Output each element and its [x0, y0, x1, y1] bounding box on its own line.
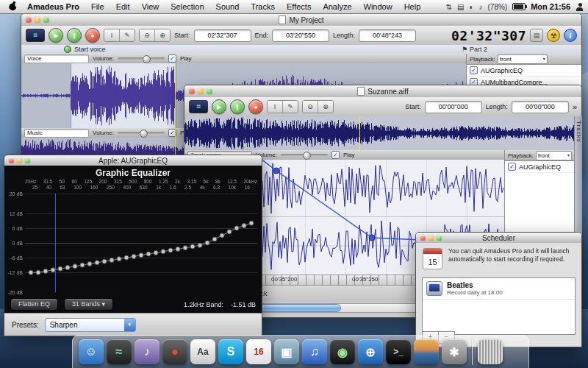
toolbar-overflow-chevron[interactable]: » [573, 102, 577, 111]
voice-volume-slider[interactable] [118, 57, 165, 60]
dock-item-finder[interactable]: ☺ [79, 339, 104, 364]
dock-item-safari[interactable]: ⊕ [358, 339, 383, 364]
slider-thumb[interactable] [143, 55, 151, 63]
window-controls[interactable] [4, 158, 35, 163]
tool-segment[interactable]: I✎ [104, 29, 135, 42]
volume-slider[interactable] [281, 154, 328, 156]
playhead-cursor[interactable] [359, 116, 360, 150]
window-scheduler[interactable]: Scheduler 15 You can quit Amadeus Pro an… [415, 232, 582, 347]
pause-button[interactable]: ∥ [230, 99, 245, 114]
presets-select[interactable]: Sharpen ▾ [45, 318, 136, 332]
zoom-button[interactable] [437, 236, 442, 241]
menu-edit[interactable]: Edit [110, 2, 136, 11]
zoom-segment[interactable]: ⊖⊕ [302, 100, 334, 113]
minimize-button[interactable] [17, 158, 22, 163]
dock-item-calendar[interactable]: 16 [246, 339, 271, 364]
overview-waveform-area[interactable] [184, 116, 574, 150]
slider-thumb[interactable] [303, 152, 311, 160]
save-icon[interactable]: ▤ [530, 29, 543, 42]
music-volume-slider[interactable] [118, 132, 165, 134]
length-field[interactable]: 00'48"243 [359, 29, 416, 42]
play-checkbox[interactable]: ✓ [331, 151, 340, 159]
close-button[interactable] [26, 17, 32, 23]
tool-segment[interactable]: I✎ [267, 100, 298, 113]
overview-waveform[interactable] [184, 116, 574, 150]
pause-button[interactable]: ∥ [67, 28, 82, 43]
selection-tool-icon[interactable]: I [268, 101, 282, 113]
dock-item-terminal[interactable]: >_ [386, 339, 411, 364]
dock-item-dvd-player[interactable]: ◉ [330, 339, 355, 364]
zoom-segment[interactable]: ⊖⊕ [139, 29, 171, 42]
marker-play-icon[interactable] [64, 46, 71, 53]
minimize-button[interactable] [198, 88, 204, 94]
scheduler-item[interactable]: Beatles Record daily at 18:00 [423, 278, 575, 300]
window-augraphiceq[interactable]: Apple: AUGraphicEQ Graphic Equalizer 20H… [4, 155, 262, 336]
end-field[interactable]: 03'20"550 [272, 29, 329, 42]
titlebar[interactable]: My Project [21, 14, 581, 26]
menu-status-icon[interactable]: ⇅ [446, 3, 452, 11]
lcd-display-button[interactable]: ≣ [189, 100, 208, 113]
playback-select[interactable]: front▾ [536, 151, 572, 160]
scheduler-list[interactable]: Beatles Record daily at 18:00 [422, 277, 576, 335]
titlebar[interactable]: Suzanne.aiff [184, 85, 581, 98]
menu-help[interactable]: Help [398, 2, 427, 11]
slider-thumb[interactable] [140, 130, 148, 138]
titlebar[interactable]: Apple: AUGraphicEQ [4, 155, 262, 166]
flatten-eq-button[interactable]: Flatten EQ [10, 298, 58, 311]
dock-item-photos[interactable] [414, 339, 439, 364]
close-button[interactable] [420, 236, 426, 241]
titlebar[interactable]: Scheduler [416, 233, 581, 244]
selection-tool-icon[interactable]: I [104, 29, 119, 41]
dock-item-trash[interactable] [478, 339, 503, 364]
eq-curve[interactable] [25, 194, 257, 292]
menu-selection[interactable]: Selection [165, 2, 209, 11]
dock-item-recorder[interactable]: ● [162, 339, 187, 364]
marker-start-label[interactable]: Start voice [74, 46, 106, 53]
zoom-button[interactable] [207, 88, 212, 94]
close-button[interactable] [189, 88, 195, 94]
menu-view[interactable]: View [136, 2, 165, 11]
battery-icon[interactable] [512, 3, 526, 10]
zoom-out-icon[interactable]: ⊖ [140, 29, 154, 41]
dock-item-settings[interactable]: ✱ [442, 339, 467, 364]
info-button[interactable]: i [564, 29, 577, 42]
length-field[interactable]: 00'00"000 [512, 101, 569, 113]
play-button[interactable]: ▶ [49, 28, 63, 43]
menu-status-icon[interactable]: ♪ [479, 3, 483, 11]
effect-row[interactable]: ✓AUGraphicEQ [467, 65, 581, 77]
menubar-clock[interactable]: Mon 21:56 [531, 2, 570, 11]
window-controls[interactable] [416, 236, 446, 241]
voice-track-name-field[interactable]: Voice [24, 54, 89, 63]
zoom-in-icon[interactable]: ⊕ [154, 29, 170, 41]
menu-window[interactable]: Window [358, 2, 398, 11]
menu-status-icon[interactable]: ◐ [469, 3, 473, 11]
dock-item-levels[interactable]: ≈ [107, 339, 132, 364]
menu-sound[interactable]: Sound [210, 2, 245, 11]
menu-effects[interactable]: Effects [281, 2, 317, 11]
marker-part[interactable]: ⚑Part 2 [462, 46, 487, 53]
menu-analyze[interactable]: Analyze [317, 2, 357, 11]
voice-play-checkbox[interactable]: ✓ [168, 54, 176, 63]
menu-amadeus-pro[interactable]: Amadeus Pro [21, 2, 85, 11]
record-button[interactable]: ● [85, 28, 100, 43]
dock-item-preview[interactable]: ▣ [274, 339, 299, 364]
menu-tracks[interactable]: Tracks [245, 2, 281, 11]
dock-item-music[interactable]: ♪ [135, 339, 159, 364]
menu-status-icon[interactable]: ▤ [457, 3, 464, 11]
music-track-name-field[interactable]: Music [24, 129, 89, 138]
pencil-tool-icon[interactable]: ✎ [119, 29, 135, 41]
dock-item-fonts[interactable]: Aa [190, 339, 215, 364]
menu-file[interactable]: File [85, 2, 110, 11]
window-controls[interactable] [184, 88, 217, 94]
zoom-in-icon[interactable]: ⊕ [318, 101, 333, 113]
apple-menu[interactable] [4, 1, 21, 13]
start-field[interactable]: 00'00"000 [425, 101, 482, 113]
zoom-out-icon[interactable]: ⊖ [303, 101, 318, 113]
record-button[interactable]: ● [248, 99, 263, 114]
bands-select[interactable]: 31 Bands ▾ [64, 298, 113, 311]
pencil-tool-icon[interactable]: ✎ [282, 101, 298, 113]
effect-row[interactable]: ✓AUGraphicEQ [505, 161, 575, 173]
minimize-button[interactable] [35, 17, 40, 23]
zoom-button[interactable] [43, 17, 49, 23]
effect-checkbox[interactable]: ✓ [508, 163, 516, 171]
